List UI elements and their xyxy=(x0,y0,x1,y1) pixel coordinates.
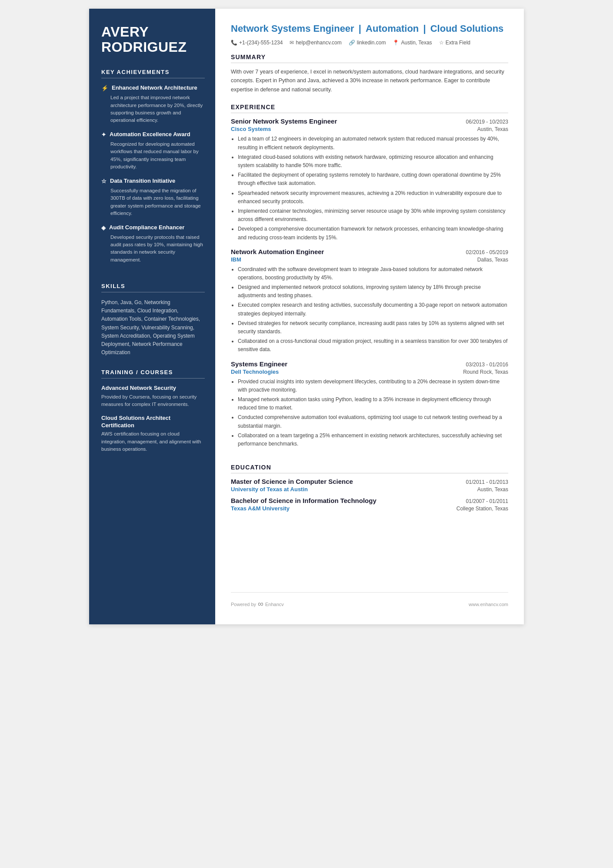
job-3-header: Systems Engineer 03/2013 - 01/2016 xyxy=(231,360,508,368)
training-2-title: Cloud Solutions Architect Certification xyxy=(101,415,205,429)
medal-icon: ✦ xyxy=(101,131,106,139)
footer-website: www.enhancv.com xyxy=(469,602,508,607)
enhancv-infinity-icon: ∞ xyxy=(258,600,263,609)
bullet: Executed complex research and testing ac… xyxy=(238,301,508,318)
bullet: Conducted comprehensive automation tool … xyxy=(238,413,508,430)
achievement-3-desc: Successfully managed the migration of 30… xyxy=(101,187,205,217)
summary-section-title: SUMMARY xyxy=(231,54,508,63)
email-address: help@enhancv.com xyxy=(296,40,341,46)
job-1-dates: 06/2019 - 10/2023 xyxy=(466,119,508,125)
edu-2-header: Bachelor of Science in Information Techn… xyxy=(231,497,508,504)
linkedin-icon: 🔗 xyxy=(349,40,355,46)
bullet: Collaborated on a cross-functional cloud… xyxy=(238,337,508,354)
extra-field: Extra Field xyxy=(446,40,470,46)
bullet: Managed network automation tasks using P… xyxy=(238,395,508,412)
bullet: Designed and implemented network protoco… xyxy=(238,283,508,300)
bullet: Led a team of 12 engineers in developing… xyxy=(238,135,508,151)
achievement-4-desc: Developed security protocols that raised… xyxy=(101,234,205,264)
pipe-2: | xyxy=(423,23,428,34)
job-2-company-row: IBM Dallas, Texas xyxy=(231,256,508,263)
training-section: TRAINING / COURSES Advanced Network Secu… xyxy=(101,369,205,459)
edu-2-school-row: Texas A&M University College Station, Te… xyxy=(231,505,508,512)
training-item: Advanced Network Security Provided by Co… xyxy=(101,385,205,408)
bullet: Devised strategies for network security … xyxy=(238,319,508,336)
edu-1-school-row: University of Texas at Austin Austin, Te… xyxy=(231,486,508,493)
achievement-1-desc: Led a project that improved network arch… xyxy=(101,94,205,124)
job-1-title: Senior Network Systems Engineer xyxy=(231,117,337,125)
edu-1-school: University of Texas at Austin xyxy=(231,486,308,493)
bullet: Spearheaded network security improvement… xyxy=(238,189,508,206)
pipe-1: | xyxy=(359,23,364,34)
location-icon: 📍 xyxy=(393,40,399,46)
job-title: Network Systems Engineer | Automation | … xyxy=(231,23,508,35)
edu-2-dates: 01/2007 - 01/2011 xyxy=(466,498,508,504)
bullet: Developed a comprehensive documentation … xyxy=(238,225,508,241)
job-1-location: Austin, Texas xyxy=(477,126,508,132)
bullet: Facilitated the deployment of operating … xyxy=(238,171,508,188)
phone-contact: 📞 +1-(234)-555-1234 xyxy=(231,40,283,46)
powered-by-text: Powered by xyxy=(231,602,256,607)
person-name: AVERY RODRIGUEZ xyxy=(101,24,205,55)
job-3-title: Systems Engineer xyxy=(231,360,287,368)
job-2-bullets: Coordinated with the software developmen… xyxy=(231,265,508,354)
job-2-company: IBM xyxy=(231,256,241,263)
job-1-company-row: Cisco Systems Austin, Texas xyxy=(231,126,508,132)
job-3-dates: 03/2013 - 01/2016 xyxy=(466,362,508,368)
education-section-title: EDUCATION xyxy=(231,464,508,473)
achievement-item: ☆ Data Transition Initiative Successfull… xyxy=(101,178,205,217)
summary-section: SUMMARY With over 7 years of experience,… xyxy=(231,54,508,94)
email-icon: ✉ xyxy=(290,40,294,46)
phone-icon: 📞 xyxy=(231,40,237,46)
skills-text: Python, Java, Go, Networking Fundamental… xyxy=(101,298,205,357)
skills-section: SKILLS Python, Java, Go, Networking Fund… xyxy=(101,283,205,357)
achievements-title: KEY ACHIEVEMENTS xyxy=(101,69,205,78)
training-2-desc: AWS certification focusing on cloud inte… xyxy=(101,430,205,453)
bullet: Collaborated on a team targeting a 25% e… xyxy=(238,432,508,448)
job-2-title: Network Automation Engineer xyxy=(231,248,324,255)
job-entry: Senior Network Systems Engineer 06/2019 … xyxy=(231,117,508,241)
job-3-company: Dell Technologies xyxy=(231,369,279,375)
linkedin-contact: 🔗 linkedin.com xyxy=(349,40,386,46)
training-1-title: Advanced Network Security xyxy=(101,385,205,392)
star-icon: ☆ xyxy=(101,178,107,185)
edu-2-degree: Bachelor of Science in Information Techn… xyxy=(231,497,376,504)
linkedin-url: linkedin.com xyxy=(357,40,386,46)
edu-2-location: College Station, Texas xyxy=(456,506,508,512)
footer-brand: Powered by ∞ Enhancv xyxy=(231,600,284,609)
achievement-3-title: Data Transition Initiative xyxy=(110,178,175,185)
training-item: Cloud Solutions Architect Certification … xyxy=(101,415,205,453)
edu-2-school: Texas A&M University xyxy=(231,505,290,512)
training-1-desc: Provided by Coursera, focusing on securi… xyxy=(101,393,205,409)
achievement-2-title: Automation Excellence Award xyxy=(110,131,190,138)
title-part-2: Automation xyxy=(366,23,419,34)
lightning-icon: ⚡ xyxy=(101,85,108,92)
edu-1-degree: Master of Science in Computer Science xyxy=(231,478,353,485)
job-entry: Systems Engineer 03/2013 - 01/2016 Dell … xyxy=(231,360,508,449)
skills-title: SKILLS xyxy=(101,283,205,292)
achievements-section: KEY ACHIEVEMENTS ⚡ Enhanced Network Arch… xyxy=(101,69,205,271)
job-1-bullets: Led a team of 12 engineers in developing… xyxy=(231,135,508,241)
extra-contact: ☆ Extra Field xyxy=(439,40,470,46)
bullet: Integrated cloud-based solutions with ex… xyxy=(238,153,508,170)
bullet: Coordinated with the software developmen… xyxy=(238,265,508,282)
resume-container: AVERY RODRIGUEZ KEY ACHIEVEMENTS ⚡ Enhan… xyxy=(89,9,524,624)
edu-1-dates: 01/2011 - 01/2013 xyxy=(466,479,508,485)
phone-number: +1-(234)-555-1234 xyxy=(239,40,283,46)
achievement-item: ◈ Audit Compliance Enhancer Developed se… xyxy=(101,224,205,264)
achievement-2-desc: Recognized for developing automated work… xyxy=(101,141,205,171)
title-part-1: Network Systems Engineer xyxy=(231,23,354,34)
summary-text: With over 7 years of experience, I excel… xyxy=(231,67,508,94)
edu-1-location: Austin, Texas xyxy=(477,486,508,493)
job-2-header: Network Automation Engineer 02/2016 - 05… xyxy=(231,248,508,255)
job-3-bullets: Provided crucial insights into system de… xyxy=(231,378,508,449)
achievement-1-title: Enhanced Network Architecture xyxy=(112,84,197,92)
star-contact-icon: ☆ xyxy=(439,40,444,46)
job-1-header: Senior Network Systems Engineer 06/2019 … xyxy=(231,117,508,125)
contact-bar: 📞 +1-(234)-555-1234 ✉ help@enhancv.com 🔗… xyxy=(231,40,508,46)
shield-icon: ◈ xyxy=(101,225,106,232)
experience-section: EXPERIENCE Senior Network Systems Engine… xyxy=(231,104,508,454)
sidebar-footer xyxy=(101,603,205,609)
email-contact: ✉ help@enhancv.com xyxy=(290,40,341,46)
brand-name: Enhancv xyxy=(265,602,284,607)
education-section: EDUCATION Master of Science in Computer … xyxy=(231,464,508,516)
